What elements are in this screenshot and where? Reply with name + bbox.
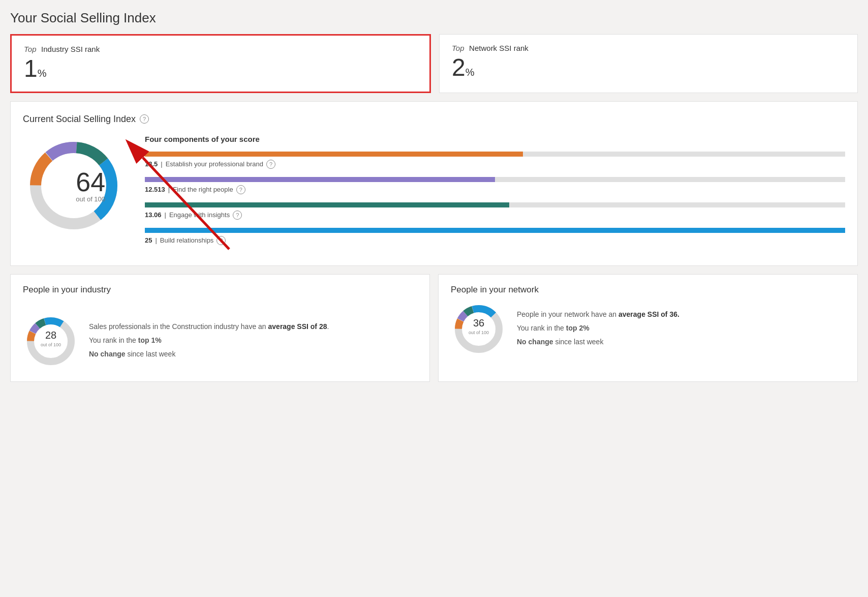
component-bar-bg-relationships bbox=[145, 228, 845, 233]
components-title: Four components of your score bbox=[145, 135, 845, 143]
network-rank-title: Network SSI rank bbox=[469, 44, 529, 52]
industry-avg: average SSI of 28 bbox=[268, 322, 327, 331]
ssi-help-icon[interactable]: ? bbox=[140, 114, 149, 124]
industry-rank-title: Industry SSI rank bbox=[41, 45, 100, 53]
component-score-people: 12.513 bbox=[145, 186, 165, 193]
industry-top-label: Top bbox=[24, 45, 36, 53]
network-change: No change since last week bbox=[517, 337, 845, 347]
donut-chart: 64 out of 100 bbox=[23, 135, 125, 236]
ssi-content: 64 out of 100 Four components of your sc… bbox=[23, 135, 845, 253]
industry-desc-1: Sales professionals in the Construction … bbox=[89, 321, 417, 332]
network-rank-text: You rank in the top 2% bbox=[517, 323, 845, 334]
industry-rank-card: Top Industry SSI rank 1% bbox=[10, 34, 431, 93]
component-bar-fill-insights bbox=[145, 202, 509, 207]
rank-cards-row: Top Industry SSI rank 1% Top Network SSI… bbox=[10, 34, 858, 93]
page-title: Your Social Selling Index bbox=[10, 10, 858, 26]
donut-score: 64 out of 100 bbox=[76, 168, 105, 202]
relationships-help-icon[interactable]: ? bbox=[216, 236, 226, 245]
ssi-card-title: Current Social Selling Index ? bbox=[23, 114, 845, 125]
components-section: Four components of your score 13.5 | Est… bbox=[145, 135, 845, 253]
component-desc-insights: 13.06 | Engage with insights ? bbox=[145, 211, 845, 220]
network-rank-value: 2% bbox=[452, 54, 845, 81]
component-score-brand: 13.5 bbox=[145, 160, 158, 168]
svg-text:out of 100: out of 100 bbox=[41, 342, 61, 347]
industry-rank-value: 1% bbox=[24, 55, 417, 82]
component-bar-bg-insights bbox=[145, 202, 845, 207]
network-people-info: People in your network have an average S… bbox=[517, 309, 845, 350]
industry-rank-header: Top Industry SSI rank bbox=[24, 45, 417, 53]
component-bar-fill-brand bbox=[145, 152, 523, 157]
industry-change: No change since last week bbox=[89, 349, 417, 360]
component-people: 12.513 | Find the right people ? bbox=[145, 177, 845, 194]
network-rank-card: Top Network SSI rank 2% bbox=[439, 34, 858, 93]
industry-rank-text: You rank in the top 1% bbox=[89, 335, 417, 346]
industry-people-title: People in your industry bbox=[23, 285, 111, 295]
component-relationships: 25 | Build relationships ? bbox=[145, 228, 845, 245]
network-desc-1: People in your network have an average S… bbox=[517, 309, 845, 320]
component-desc-brand: 13.5 | Establish your professional brand… bbox=[145, 160, 845, 169]
component-bar-bg-people bbox=[145, 177, 845, 182]
insights-help-icon[interactable]: ? bbox=[233, 211, 242, 220]
component-bar-bg-brand bbox=[145, 152, 845, 157]
industry-people-info: Sales professionals in the Construction … bbox=[89, 321, 417, 363]
component-desc-people: 12.513 | Find the right people ? bbox=[145, 185, 845, 194]
svg-text:28: 28 bbox=[45, 330, 56, 341]
network-people-content: 36 out of 100 People in your network hav… bbox=[451, 301, 845, 359]
svg-text:out of 100: out of 100 bbox=[469, 330, 489, 335]
network-rank-header: Top Network SSI rank bbox=[452, 44, 845, 52]
component-desc-relationships: 25 | Build relationships ? bbox=[145, 236, 845, 245]
ssi-score-number: 64 bbox=[76, 168, 105, 195]
industry-people-content: 28 out of 100 Sales professionals in the… bbox=[23, 313, 417, 371]
ssi-card: Current Social Selling Index ? bbox=[10, 101, 858, 266]
donut-section: 64 out of 100 bbox=[23, 135, 125, 236]
network-people-card: People in your network 36 out of 100 bbox=[438, 274, 858, 382]
ssi-score-label: out of 100 bbox=[76, 195, 105, 202]
network-people-inner: People in your network 36 out of 100 bbox=[451, 285, 845, 359]
component-score-insights: 13.06 bbox=[145, 211, 162, 219]
network-people-title: People in your network bbox=[451, 285, 845, 295]
svg-text:36: 36 bbox=[473, 317, 484, 329]
people-help-icon[interactable]: ? bbox=[236, 185, 245, 194]
industry-top-pct: top 1% bbox=[138, 336, 162, 344]
brand-help-icon[interactable]: ? bbox=[266, 160, 275, 169]
component-bar-fill-relationships bbox=[145, 228, 845, 233]
industry-people-card: People in your industry 28 out of 100 Sa… bbox=[10, 274, 430, 382]
component-score-relationships: 25 bbox=[145, 236, 152, 244]
network-top-pct: top 2% bbox=[566, 324, 590, 332]
network-avg: average SSI of 36. bbox=[618, 310, 679, 318]
component-insights: 13.06 | Engage with insights ? bbox=[145, 202, 845, 220]
bottom-row: People in your industry 28 out of 100 Sa… bbox=[10, 274, 858, 382]
component-brand: 13.5 | Establish your professional brand… bbox=[145, 152, 845, 169]
network-donut: 36 out of 100 bbox=[451, 301, 507, 359]
industry-donut: 28 out of 100 bbox=[23, 313, 79, 371]
component-bar-fill-people bbox=[145, 177, 495, 182]
network-top-label: Top bbox=[452, 44, 464, 52]
